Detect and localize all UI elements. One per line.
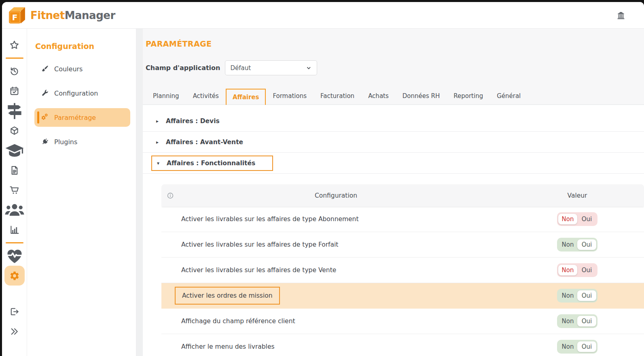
table-row: Activer les livrables sur les affaires d… bbox=[161, 232, 644, 258]
accordion-sections: ▸Affaires : Devis▸Affaires : Avant-Vente… bbox=[143, 111, 644, 174]
row-value-cell: NonOui bbox=[511, 212, 644, 226]
users-icon[interactable] bbox=[4, 200, 25, 220]
chevron-expanded-icon: ▾ bbox=[157, 160, 161, 166]
app-logo[interactable]: F FitnetManager bbox=[8, 5, 115, 26]
chevron-down-icon bbox=[305, 65, 312, 71]
section-title: Affaires : Avant-Vente bbox=[166, 139, 243, 146]
toggle-activer-les-livrables-sur-les-affaires-de-type-abonnement[interactable]: NonOui bbox=[557, 212, 597, 226]
tab-general[interactable]: Général bbox=[490, 87, 527, 104]
row-label: Afficher le menu des livrables bbox=[161, 343, 511, 350]
tab-content: ▸Affaires : Devis▸Affaires : Avant-Vente… bbox=[143, 105, 644, 356]
shopping-cart-icon[interactable] bbox=[4, 180, 25, 200]
config-table: Configuration Valeur Activer les livrabl… bbox=[161, 184, 644, 356]
section-title: Affaires : Fonctionnalités bbox=[167, 160, 255, 167]
section-title-outline: ▾Affaires : Fonctionnalités bbox=[151, 156, 273, 171]
tab-formations[interactable]: Formations bbox=[266, 87, 314, 104]
product-box-icon[interactable] bbox=[4, 121, 25, 141]
sidebar-item-plugins[interactable]: Plugins bbox=[34, 132, 130, 151]
table-row: Activer les livrables sur les affaires d… bbox=[161, 258, 644, 283]
history-icon[interactable] bbox=[4, 61, 25, 81]
table-row: Afficher le menu des livrablesNonOui bbox=[161, 334, 644, 356]
toggle-activer-les-livrables-sur-les-affaires-de-type-forfait[interactable]: NonOui bbox=[557, 238, 597, 252]
wrench-icon bbox=[41, 89, 49, 97]
column-header-configuration: Configuration bbox=[179, 192, 511, 199]
signpost-icon[interactable] bbox=[4, 101, 25, 121]
sidebar-item-parametrage[interactable]: Paramétrage bbox=[34, 108, 130, 127]
section-affaires-devis[interactable]: ▸Affaires : Devis bbox=[143, 111, 644, 132]
settings-gear-icon[interactable] bbox=[4, 266, 25, 286]
config-table-body: Activer les livrables sur les affaires d… bbox=[161, 207, 644, 356]
plug-icon bbox=[39, 136, 51, 147]
row-label-outline: Activer les ordres de mission bbox=[175, 287, 280, 305]
sign-out-icon[interactable] bbox=[4, 302, 25, 322]
section-affaires-fonctionnalites[interactable]: ▾Affaires : Fonctionnalités bbox=[143, 153, 644, 174]
config-sidebar: Configuration Couleurs Configuration Par… bbox=[27, 29, 136, 356]
toggle-activer-les-livrables-sur-les-affaires-de-type-vente[interactable]: NonOui bbox=[557, 263, 597, 277]
toggle-option-non[interactable]: Non bbox=[558, 290, 577, 301]
logo-cube-icon: F bbox=[8, 5, 26, 26]
toggle-option-oui[interactable]: Oui bbox=[577, 239, 596, 250]
scope-select[interactable]: Défaut bbox=[225, 60, 317, 75]
institution-icon[interactable] bbox=[616, 11, 625, 20]
toggle-option-oui[interactable]: Oui bbox=[577, 214, 596, 224]
toggle-option-non[interactable]: Non bbox=[558, 214, 577, 224]
gears-icon bbox=[41, 113, 49, 122]
toggle-activer-les-ordres-de-mission[interactable]: NonOui bbox=[557, 289, 597, 303]
row-label: Affichage du champ référence client bbox=[161, 318, 511, 325]
paintbrush-icon bbox=[41, 65, 49, 73]
heartbeat-icon[interactable] bbox=[4, 246, 25, 266]
section-affaires-avant-vente[interactable]: ▸Affaires : Avant-Vente bbox=[143, 132, 644, 153]
toggle-option-non[interactable]: Non bbox=[558, 265, 577, 275]
column-header-valeur: Valeur bbox=[511, 192, 644, 199]
row-value-cell: NonOui bbox=[511, 289, 644, 303]
toggle-option-non[interactable]: Non bbox=[558, 341, 577, 352]
toggle-option-non[interactable]: Non bbox=[558, 316, 577, 326]
scope-row: Champ d'application Défaut bbox=[146, 60, 644, 75]
brand-name: FitnetManager bbox=[30, 9, 115, 21]
toggle-option-oui[interactable]: Oui bbox=[577, 290, 596, 301]
tab-donnees-rh[interactable]: Données RH bbox=[396, 87, 447, 104]
config-sidebar-title: Configuration bbox=[35, 42, 130, 51]
sidebar-item-couleurs[interactable]: Couleurs bbox=[34, 60, 130, 78]
app-header: F FitnetManager bbox=[2, 2, 644, 29]
tab-facturation[interactable]: Facturation bbox=[314, 87, 361, 104]
tab-planning[interactable]: Planning bbox=[146, 87, 186, 104]
main-content: PARAMÉTRAGE Champ d'application Défaut P… bbox=[143, 29, 644, 356]
rail-divider bbox=[6, 58, 23, 59]
icon-sidebar bbox=[2, 29, 27, 356]
rail-divider bbox=[6, 242, 23, 243]
row-label: Activer les livrables sur les affaires d… bbox=[161, 266, 511, 274]
document-icon[interactable] bbox=[4, 160, 25, 180]
settings-tabs: PlanningActivitésAffairesFormationsFactu… bbox=[143, 87, 644, 105]
row-label: Activer les livrables sur les affaires d… bbox=[161, 241, 511, 248]
toggle-option-non[interactable]: Non bbox=[558, 239, 577, 250]
chevron-collapsed-icon: ▸ bbox=[156, 139, 160, 145]
collapse-chevrons-icon[interactable] bbox=[4, 322, 25, 341]
chevron-collapsed-icon: ▸ bbox=[156, 118, 160, 124]
toggle-afficher-le-menu-des-livrables[interactable]: NonOui bbox=[557, 340, 597, 354]
section-title: Affaires : Devis bbox=[166, 117, 220, 125]
sidebar-item-label: Configuration bbox=[54, 90, 98, 97]
sidebar-item-label: Plugins bbox=[54, 138, 77, 146]
tab-activites[interactable]: Activités bbox=[186, 87, 226, 104]
toggle-option-oui[interactable]: Oui bbox=[577, 341, 596, 352]
svg-text:F: F bbox=[12, 13, 18, 22]
config-table-header: Configuration Valeur bbox=[161, 184, 644, 207]
graduation-cap-icon[interactable] bbox=[4, 141, 25, 160]
favorites-star-icon[interactable] bbox=[4, 35, 25, 55]
scope-label: Champ d'application bbox=[146, 64, 220, 72]
calendar-icon[interactable] bbox=[4, 81, 25, 101]
toggle-option-oui[interactable]: Oui bbox=[577, 316, 596, 326]
sidebar-item-label: Paramétrage bbox=[54, 114, 96, 122]
toggle-affichage-du-champ-reference-client[interactable]: NonOui bbox=[557, 314, 597, 328]
row-value-cell: NonOui bbox=[511, 263, 644, 277]
table-row: Activer les livrables sur les affaires d… bbox=[161, 207, 644, 232]
toggle-option-oui[interactable]: Oui bbox=[577, 265, 596, 275]
info-icon[interactable] bbox=[161, 192, 179, 199]
row-value-cell: NonOui bbox=[511, 238, 644, 252]
tab-reporting[interactable]: Reporting bbox=[447, 87, 490, 104]
sidebar-item-configuration[interactable]: Configuration bbox=[34, 84, 130, 102]
row-value-cell: NonOui bbox=[511, 314, 644, 328]
bar-chart-icon[interactable] bbox=[4, 220, 25, 240]
tab-achats[interactable]: Achats bbox=[361, 87, 396, 104]
